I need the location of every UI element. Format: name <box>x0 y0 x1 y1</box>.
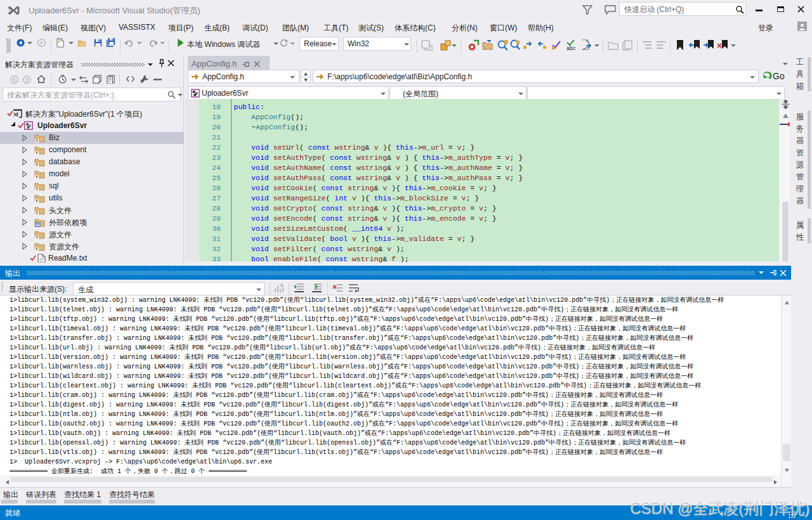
svg-text:abc: abc <box>566 45 576 51</box>
